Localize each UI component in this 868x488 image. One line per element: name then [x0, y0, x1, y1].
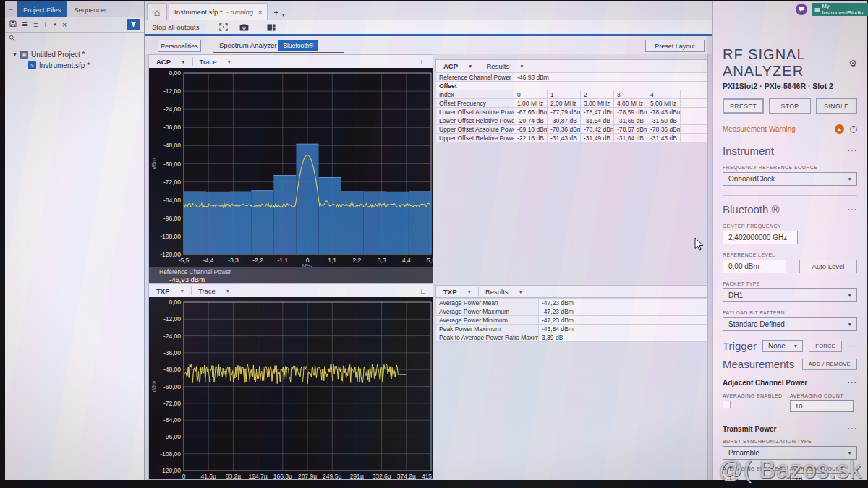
reference-level-input[interactable]: 0,00 dBm — [723, 260, 786, 273]
compact-view-icon[interactable]: ≡ — [33, 21, 38, 29]
add-item-caret-icon[interactable]: ▼ — [53, 22, 57, 27]
table-cell: Lower Offset Absolute Power — [436, 108, 514, 116]
payload-bit-pattern-select[interactable]: Standard Defined ▼ — [723, 317, 857, 331]
table-section-row: Offset — [436, 82, 708, 90]
project-search[interactable] — [5, 33, 144, 43]
table-row[interactable]: Lower Offset Absolute Power-67,66 dBm-77… — [436, 108, 708, 116]
tab-bluetooth[interactable]: Bluetooth® — [278, 40, 318, 51]
acp-selector-caret-icon[interactable]: ▼ — [181, 59, 185, 64]
pin-icon[interactable]: ‒ — [5, 1, 17, 17]
collapse-icon[interactable]: ▼ — [12, 52, 17, 57]
tab-spectrum-analyzer[interactable]: Spectrum Analyzer — [219, 41, 277, 49]
document-tab[interactable]: Instrument.sfp * - running × — [169, 3, 268, 20]
txp-selector[interactable]: TXP — [156, 287, 169, 295]
auto-level-button[interactable]: Auto Level — [799, 260, 857, 273]
payload-bit-pattern-value: Standard Defined — [728, 320, 785, 328]
table-row[interactable]: Reference Channel Power-46,93 dBm — [436, 73, 708, 82]
home-tab[interactable]: ⌂ — [147, 3, 167, 20]
reference-channel-power-value: -46,93 dBm — [169, 275, 433, 283]
axes-scale-icon[interactable]: ∟ — [420, 287, 427, 295]
caret-icon[interactable]: ▼ — [519, 289, 523, 294]
close-tab-icon[interactable]: × — [258, 9, 262, 16]
svg-text:374,2µ: 374,2µ — [397, 473, 416, 480]
tree-item-instrument-file[interactable]: ∿ Instrument.sfp * — [5, 60, 144, 71]
acp-results-view-selector[interactable]: Results — [487, 62, 510, 70]
gear-icon[interactable]: ⚙ — [848, 58, 857, 69]
chat-bubble-icon[interactable] — [796, 4, 807, 15]
bluetooth-menu-icon[interactable]: ··· — [848, 205, 857, 213]
preset-button[interactable]: PRESET — [723, 98, 764, 114]
table-row[interactable]: Average Power Maximum-47,23 dBm — [436, 307, 708, 316]
tab-sequencer[interactable]: Sequencer — [67, 1, 114, 17]
instrument-menu-icon[interactable]: ··· — [848, 147, 857, 155]
list-view-icon[interactable]: ≣ — [22, 21, 28, 29]
preset-layout-button[interactable]: Preset Layout — [645, 40, 705, 52]
table-row[interactable]: Peak to Average Power Ratio Maximum3,39 … — [436, 333, 708, 342]
single-button[interactable]: SINGLE — [816, 98, 857, 114]
save-icon[interactable] — [9, 20, 17, 29]
table-row[interactable]: Lower Offset Relative Power-20,74 dB-30,… — [436, 116, 708, 125]
trigger-type-select[interactable]: None ▼ — [762, 340, 803, 352]
center-frequency-input[interactable]: 2,402000000 GHz — [723, 231, 798, 244]
svg-text:-60,00: -60,00 — [163, 383, 181, 390]
table-row[interactable]: Upper Offset Relative Power-22,18 dB-31,… — [436, 134, 708, 142]
caret-icon[interactable]: ▼ — [468, 64, 472, 69]
table-cell: -69,10 dBm — [514, 125, 548, 134]
txp-results-view-selector[interactable]: Results — [485, 288, 509, 296]
filter-button[interactable] — [127, 19, 140, 30]
table-cell: -78,36 dBm — [548, 125, 581, 134]
camera-icon[interactable] — [239, 24, 249, 31]
instrumentstudio-banner[interactable]: ▦ My InstrumentStudio — [812, 3, 868, 16]
txp-view-selector[interactable]: Trace — [198, 287, 216, 295]
panel-title: RF SIGNAL ANALYZER — [723, 46, 848, 80]
table-cell: 2 — [581, 90, 614, 99]
svg-text:-36,00: -36,00 — [163, 124, 181, 131]
add-remove-measurements-button[interactable]: ADD / REMOVE — [802, 359, 857, 370]
txp-view-caret-icon[interactable]: ▼ — [226, 288, 230, 294]
svg-text:0,00: 0,00 — [169, 299, 181, 306]
table-cell: Average Power Minimum — [436, 316, 539, 325]
txp-selector-caret-icon[interactable]: ▼ — [179, 288, 184, 294]
table-row[interactable]: Index01234 — [436, 90, 708, 99]
vertical-scrollbar[interactable] — [707, 54, 712, 480]
acp-averaging-enabled-checkbox[interactable] — [723, 401, 731, 408]
caret-icon[interactable]: ▼ — [467, 289, 471, 294]
stop-button[interactable]: STOP — [769, 98, 810, 114]
add-item-icon[interactable]: + — [43, 21, 48, 29]
axes-scale-icon[interactable]: ∟ — [420, 58, 427, 66]
new-tab-button[interactable]: + — [273, 8, 278, 20]
acp-selector[interactable]: ACP — [156, 58, 171, 66]
trigger-menu-icon[interactable]: ··· — [848, 342, 857, 350]
acp-menu-icon[interactable]: ··· — [848, 379, 857, 387]
snapshot-icon[interactable] — [219, 23, 228, 31]
frequency-reference-source-select[interactable]: OnboardClock ▼ — [723, 172, 857, 186]
history-icon[interactable]: ◷ — [850, 124, 857, 134]
delete-item-icon[interactable]: × — [62, 21, 67, 29]
layout-grid-icon[interactable] — [267, 24, 276, 31]
acp-view-selector[interactable]: Trace — [200, 58, 217, 66]
force-trigger-button[interactable]: FORCE — [809, 341, 842, 352]
table-row[interactable]: Upper Offset Absolute Power-69,10 dBm-78… — [436, 125, 708, 134]
new-tab-caret-icon[interactable]: ▼ — [281, 12, 286, 20]
tree-item-project[interactable]: ▼ ▣ Untitled Project * — [5, 49, 144, 60]
acp-averaging-count-input[interactable]: 10 — [790, 400, 854, 412]
packet-type-select[interactable]: DH1 ▼ — [723, 288, 857, 302]
acp-view-caret-icon[interactable]: ▼ — [226, 59, 231, 64]
svg-text:-84,00: -84,00 — [163, 416, 181, 424]
table-row[interactable]: Peak Power Maximum-43,84 dBm — [436, 325, 708, 333]
chevron-down-icon: ▼ — [848, 450, 852, 455]
acp-chart[interactable]: 0,00-12,00-24,00-36,00-48,00-60,00-72,00… — [149, 68, 433, 267]
measurement-warning-label[interactable]: Measurement Warning — [723, 125, 835, 133]
caret-icon[interactable]: ▼ — [519, 64, 524, 69]
table-row[interactable]: Average Power Mean-47,23 dBm — [436, 299, 708, 307]
warning-icon[interactable]: ▲ — [835, 124, 844, 134]
txp-results-selector[interactable]: TXP — [443, 288, 456, 296]
personalities-button[interactable]: Personalities — [158, 40, 201, 52]
tab-project-files[interactable]: Project Files — [17, 1, 67, 17]
stop-all-outputs-button[interactable]: Stop all outputs — [145, 23, 207, 31]
acp-results-selector[interactable]: ACP — [443, 62, 458, 70]
txp-menu-icon[interactable]: ··· — [848, 425, 857, 433]
table-row[interactable]: Average Power Minimum-47,23 dBm — [436, 316, 708, 325]
table-row[interactable]: Offset Frequency1,00 MHz2,00 MHz3,00 MHz… — [436, 99, 708, 108]
txp-chart[interactable]: 0,00-12,00-24,00-36,00-48,00-60,00-72,00… — [149, 297, 433, 480]
